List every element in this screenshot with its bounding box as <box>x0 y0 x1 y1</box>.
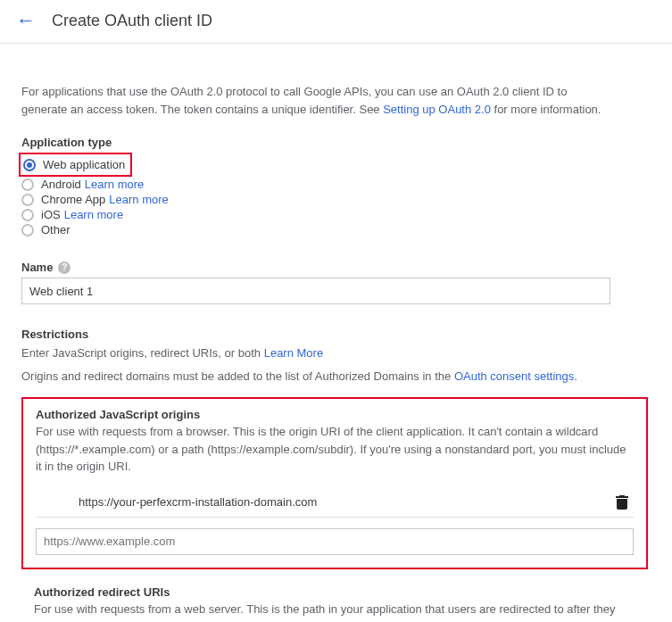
radio-icon <box>21 209 34 221</box>
learn-more-link[interactable]: Learn more <box>85 178 144 191</box>
learn-more-link[interactable]: Learn more <box>64 208 123 221</box>
name-input[interactable] <box>21 278 610 304</box>
help-icon[interactable]: ? <box>58 261 71 274</box>
radio-chrome-app[interactable]: Chrome App Learn more <box>21 192 651 207</box>
setup-oauth-link[interactable]: Setting up OAuth 2.0 <box>383 103 491 116</box>
origins-title: Authorized JavaScript origins <box>36 408 634 421</box>
name-label-row: Name ? <box>21 261 651 274</box>
redirect-description: For use with requests from a web server.… <box>34 601 635 623</box>
trash-icon[interactable] <box>610 495 634 510</box>
application-type-label: Application type <box>21 136 651 149</box>
restrictions-learn-more-link[interactable]: Learn More <box>264 346 323 360</box>
origin-new-input[interactable] <box>36 528 634 555</box>
origin-value: https://your-perfexcrm-installation-doma… <box>36 495 610 509</box>
radio-label: iOS <box>41 208 61 221</box>
name-label: Name <box>21 261 53 274</box>
radio-label: Android <box>41 178 81 191</box>
radio-label: Web application <box>43 158 125 171</box>
authorized-redirect-uris-section: Authorized redirect URIs For use with re… <box>21 585 648 623</box>
radio-label: Other <box>41 223 71 236</box>
content: For applications that use the OAuth 2.0 … <box>0 44 672 622</box>
learn-more-link[interactable]: Learn more <box>109 193 168 206</box>
page-header: ← Create OAuth client ID <box>0 0 672 44</box>
highlight-web-application: Web application <box>19 153 132 177</box>
authorized-js-origins-section: Authorized JavaScript origins For use wi… <box>21 397 648 569</box>
radio-android[interactable]: Android Learn more <box>21 177 651 192</box>
radio-web-application[interactable]: Web application <box>23 157 125 172</box>
restrictions-line2: Origins and redirect domains must be add… <box>21 368 651 386</box>
radio-other[interactable]: Other <box>21 222 651 237</box>
redirect-title: Authorized redirect URIs <box>34 585 635 599</box>
restrictions-heading: Restrictions <box>21 328 651 341</box>
radio-icon <box>21 194 34 206</box>
back-arrow-icon[interactable]: ← <box>16 11 36 30</box>
origin-row: https://your-perfexcrm-installation-doma… <box>36 488 634 518</box>
radio-ios[interactable]: iOS Learn more <box>21 207 651 222</box>
intro-after: for more information. <box>491 103 601 116</box>
restrictions-section: Restrictions Enter JavaScript origins, r… <box>21 328 651 385</box>
intro-text: For applications that use the OAuth 2.0 … <box>21 83 610 118</box>
radio-icon <box>21 178 34 191</box>
radio-icon <box>23 159 36 171</box>
oauth-consent-link[interactable]: OAuth consent settings <box>454 369 574 383</box>
page-title: Create OAuth client ID <box>52 12 212 30</box>
application-type-group: Application type Web application Android… <box>21 136 651 237</box>
restrictions-line1: Enter JavaScript origins, redirect URIs,… <box>21 344 651 362</box>
radio-label: Chrome App <box>41 193 105 206</box>
radio-icon <box>21 224 34 236</box>
origins-description: For use with requests from a browser. Th… <box>36 423 634 476</box>
